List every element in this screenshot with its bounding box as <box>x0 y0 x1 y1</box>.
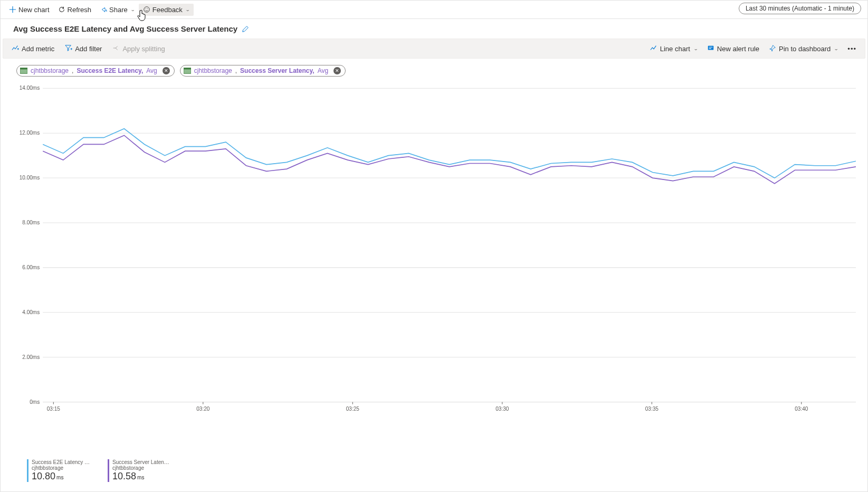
pill-metric: Success E2E Latency, <box>77 67 143 74</box>
new-alert-label: New alert rule <box>717 45 759 53</box>
storage-icon <box>184 68 191 74</box>
svg-text:03:30: 03:30 <box>495 406 509 412</box>
add-filter-button[interactable]: Add filter <box>61 42 106 55</box>
plus-icon <box>9 6 16 13</box>
share-label: Share <box>109 6 128 14</box>
svg-text:4.00ms: 4.00ms <box>22 309 40 315</box>
ellipsis-icon: ••• <box>847 45 856 53</box>
pill-agg: Avg <box>318 67 328 74</box>
pin-to-dashboard-button[interactable]: Pin to dashboard ⌄ <box>765 42 842 55</box>
legend-value: 10.80 <box>32 471 55 481</box>
feedback-icon <box>143 6 150 13</box>
svg-text:2.00ms: 2.00ms <box>22 354 40 360</box>
chevron-down-icon: ⌄ <box>185 7 190 12</box>
svg-text:03:15: 03:15 <box>47 406 60 412</box>
new-alert-rule-button[interactable]: New alert rule <box>703 42 764 55</box>
remove-pill-icon[interactable]: ✕ <box>333 67 341 74</box>
chevron-down-icon: ⌄ <box>693 46 698 51</box>
chart-title: Avg Success E2E Latency and Avg Success … <box>13 24 237 33</box>
feedback-label: Feedback <box>152 6 183 14</box>
metric-pill-e2e[interactable]: cjhtbbstorage, Success E2E Latency, Avg … <box>16 65 175 77</box>
svg-point-2 <box>147 8 148 9</box>
svg-rect-7 <box>184 68 191 70</box>
svg-text:12.00ms: 12.00ms <box>20 130 40 136</box>
legend-resource: cjhtbbstorage <box>32 465 100 471</box>
filter-icon <box>65 44 72 53</box>
svg-text:0ms: 0ms <box>30 399 40 405</box>
edit-title-button[interactable] <box>242 25 249 33</box>
legend-value: 10.58 <box>112 471 136 481</box>
chart-title-row: Avg Success E2E Latency and Avg Success … <box>1 19 867 35</box>
refresh-label: Refresh <box>68 6 92 14</box>
pill-resource: cjhtbbstorage <box>31 67 69 74</box>
time-range-label: Last 30 minutes (Automatic - 1 minute) <box>746 5 854 12</box>
legend-unit: ms <box>56 475 63 480</box>
line-chart-icon <box>650 44 657 53</box>
svg-text:8.00ms: 8.00ms <box>22 220 40 225</box>
svg-point-0 <box>144 7 150 13</box>
line-chart: 0ms2.00ms4.00ms6.00ms8.00ms10.00ms12.00m… <box>16 85 859 418</box>
chart-type-label: Line chart <box>660 45 690 53</box>
pin-icon <box>769 44 776 53</box>
chart-area[interactable]: 0ms2.00ms4.00ms6.00ms8.00ms10.00ms12.00m… <box>16 85 859 418</box>
svg-text:6.00ms: 6.00ms <box>22 264 40 270</box>
apply-splitting-button: Apply splitting <box>108 42 169 55</box>
svg-text:03:25: 03:25 <box>346 406 359 412</box>
metric-pill-server[interactable]: cjhtbbstorage, Success Server Latency, A… <box>180 65 346 77</box>
legend-name: Success E2E Latency … <box>32 459 100 465</box>
pill-resource: cjhtbbstorage <box>194 67 232 74</box>
add-filter-label: Add filter <box>75 45 102 53</box>
remove-pill-icon[interactable]: ✕ <box>163 67 170 74</box>
share-icon <box>100 6 107 13</box>
add-metric-label: Add metric <box>22 45 54 53</box>
pill-metric: Success Server Latency, <box>240 67 314 74</box>
metric-pills: cjhtbbstorage, Success E2E Latency, Avg … <box>1 59 867 77</box>
new-chart-label: New chart <box>18 6 50 14</box>
refresh-icon <box>58 6 65 13</box>
svg-point-1 <box>145 8 146 9</box>
svg-text:03:40: 03:40 <box>795 406 808 412</box>
svg-text:03:35: 03:35 <box>645 406 659 412</box>
chevron-down-icon: ⌄ <box>834 46 839 51</box>
add-metric-icon <box>12 44 19 53</box>
alert-icon <box>707 44 714 53</box>
time-range-picker[interactable]: Last 30 minutes (Automatic - 1 minute) <box>739 3 861 14</box>
chart-toolbar: Add metric Add filter Apply splitting Li… <box>3 39 865 59</box>
svg-text:03:20: 03:20 <box>196 406 209 412</box>
more-button[interactable]: ••• <box>843 43 861 55</box>
svg-text:10.00ms: 10.00ms <box>20 175 40 181</box>
legend-item-e2e[interactable]: Success E2E Latency … cjhtbbstorage 10.8… <box>27 459 100 482</box>
pill-agg: Avg <box>146 67 157 74</box>
legend-resource: cjhtbbstorage <box>112 465 181 471</box>
chart-type-dropdown[interactable]: Line chart ⌄ <box>646 42 702 55</box>
split-icon <box>112 44 120 53</box>
command-bar: New chart Refresh Share ⌄ Feedback ⌄ Las… <box>1 1 867 19</box>
legend-item-server[interactable]: Success Server Laten… cjhtbbstorage 10.5… <box>108 459 181 482</box>
svg-rect-3 <box>708 45 714 50</box>
feedback-button[interactable]: Feedback ⌄ <box>139 4 194 16</box>
apply-splitting-label: Apply splitting <box>122 45 165 53</box>
legend-unit: ms <box>137 475 144 480</box>
legend-name: Success Server Laten… <box>112 459 181 465</box>
chevron-down-icon: ⌄ <box>130 7 135 12</box>
svg-text:14.00ms: 14.00ms <box>20 85 40 91</box>
share-button[interactable]: Share ⌄ <box>96 4 139 16</box>
pin-label: Pin to dashboard <box>779 45 831 53</box>
add-metric-button[interactable]: Add metric <box>7 42 59 55</box>
legend: Success E2E Latency … cjhtbbstorage 10.8… <box>27 459 181 482</box>
refresh-button[interactable]: Refresh <box>54 4 96 16</box>
new-chart-button[interactable]: New chart <box>5 4 54 16</box>
storage-icon <box>20 68 27 74</box>
svg-rect-5 <box>20 68 27 70</box>
